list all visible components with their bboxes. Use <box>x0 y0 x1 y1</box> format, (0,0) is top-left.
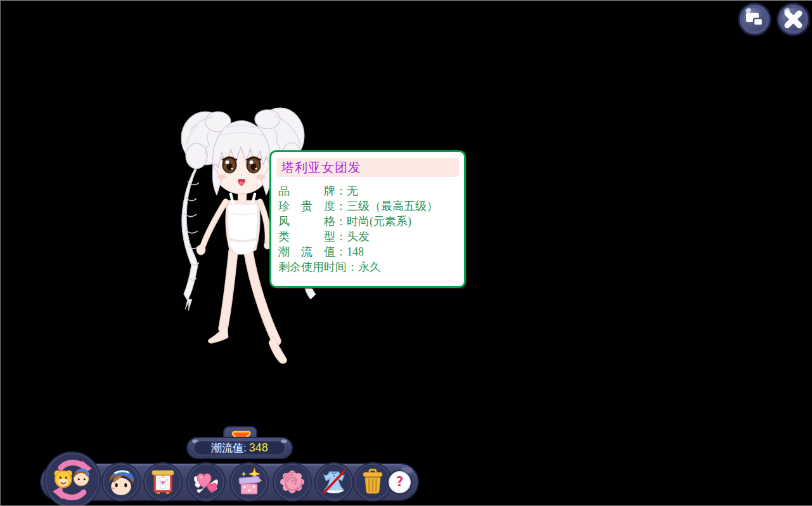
switch-character-button[interactable] <box>44 451 101 506</box>
attr-rarity: 珍 贵 度：三级（最高五级） <box>278 198 457 214</box>
item-title: 塔利亚女团发 <box>276 158 459 177</box>
trend-value-badge: 潮流值: 348 <box>186 426 293 459</box>
gift-box-stars-icon <box>235 467 264 496</box>
remove-clothes-button[interactable] <box>314 462 354 502</box>
my-avatar-button[interactable] <box>101 462 141 502</box>
winged-hearts-icon <box>191 467 221 496</box>
help-button[interactable]: ? <box>389 471 411 493</box>
swap-arrows-lion-boy-icon <box>49 457 95 503</box>
rose-flower-icon <box>278 468 306 496</box>
item-tooltip-panel: 塔利亚女团发 品 牌：无 珍 贵 度：三级（最高五级） 风 格：时尚(元素系) … <box>269 150 466 288</box>
attr-time-left: 剩余使用时间：永久 <box>278 259 457 275</box>
overlapping-windows-icon <box>740 4 770 34</box>
bottom-toolbar: ? <box>40 463 419 501</box>
trash-can-icon <box>359 468 387 496</box>
dress-slash-icon <box>319 467 349 496</box>
trend-badge-label: 潮流值: <box>211 441 247 455</box>
minimize-window-button[interactable] <box>738 3 771 36</box>
trend-badge-pill: 潮流值: 348 <box>186 437 293 459</box>
gift-box-button[interactable] <box>229 462 269 502</box>
close-window-button[interactable] <box>777 3 810 36</box>
question-mark-icon: ? <box>396 474 403 490</box>
closet-shirt-icon <box>149 468 177 496</box>
rose-button[interactable] <box>273 462 312 502</box>
favorites-button[interactable] <box>186 462 226 502</box>
attr-style: 风 格：时尚(元素系) <box>278 214 457 229</box>
attr-brand: 品 牌：无 <box>278 183 457 198</box>
attr-type: 类 型：头发 <box>278 229 457 244</box>
game-screen: 塔利亚女团发 品 牌：无 珍 贵 度：三级（最高五级） 风 格：时尚(元素系) … <box>0 0 812 506</box>
trash-button[interactable] <box>353 462 392 502</box>
attr-trend: 潮 流 值：148 <box>278 244 457 259</box>
boy-avatar-icon <box>106 467 136 496</box>
close-x-icon <box>778 4 808 34</box>
trend-badge-value: 348 <box>249 441 268 455</box>
item-attributes: 品 牌：无 珍 贵 度：三级（最高五级） 风 格：时尚(元素系) 类 型：头发 … <box>271 181 464 275</box>
wardrobe-button[interactable] <box>143 462 183 502</box>
